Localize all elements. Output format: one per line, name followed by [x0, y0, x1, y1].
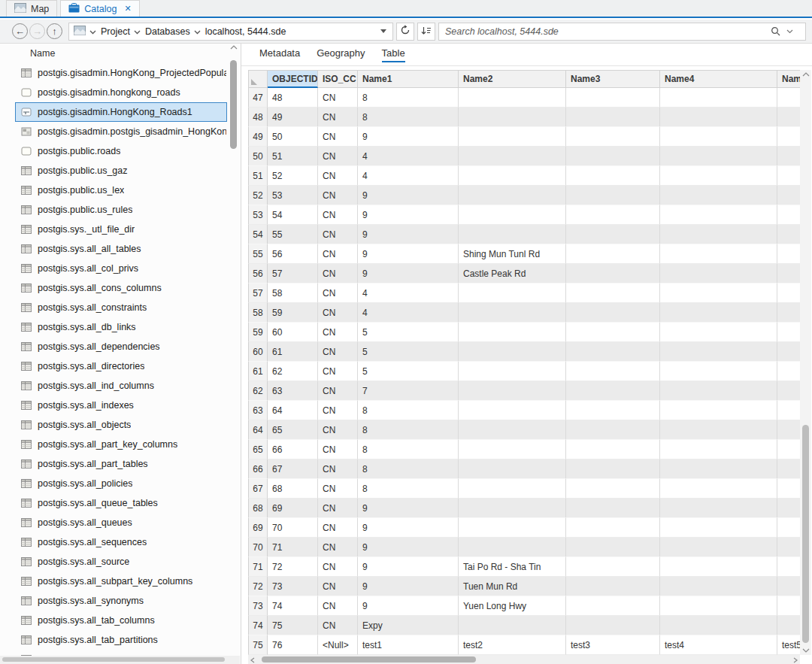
table-cell[interactable]: [459, 401, 566, 420]
location-bar[interactable]: Project Databases localhost, 5444.sde: [68, 23, 393, 41]
table-cell[interactable]: [459, 88, 566, 108]
tree-item[interactable]: postgis.gisadmin.HongKong_ProjectedPopul…: [15, 63, 227, 83]
table-row[interactable]: 7172CN9Tai Po Rd - Sha Tin: [248, 557, 800, 577]
tree-item[interactable]: postgis.sys.all_cons_columns: [15, 278, 227, 298]
table-row[interactable]: 6566CN8: [248, 440, 800, 459]
table-cell[interactable]: [459, 362, 566, 381]
row-number-cell[interactable]: 70: [248, 538, 268, 557]
table-cell[interactable]: CN: [318, 225, 358, 244]
table-row[interactable]: 6162CN5: [248, 362, 800, 381]
table-cell[interactable]: CN: [318, 538, 358, 557]
row-number-cell[interactable]: 50: [248, 147, 268, 166]
row-number-cell[interactable]: 68: [248, 499, 268, 518]
table-cell[interactable]: 9: [358, 538, 459, 557]
tree-item[interactable]: postgis.sys.all_all_tables: [15, 239, 227, 259]
table-cell[interactable]: 7: [358, 381, 459, 401]
column-header[interactable]: OBJECTID *: [268, 70, 318, 88]
scroll-left-icon[interactable]: [250, 657, 255, 663]
tree-item[interactable]: postgis.sys.all_source: [15, 552, 227, 572]
table-cell[interactable]: CN: [318, 303, 358, 323]
table-cell[interactable]: [777, 264, 800, 283]
table-cell[interactable]: CN: [318, 108, 358, 127]
tree-item[interactable]: postgis.sys.all_sequences: [15, 532, 227, 552]
table-cell[interactable]: [660, 264, 777, 283]
table-hscrollbar-thumb[interactable]: [262, 656, 476, 662]
table-row[interactable]: 7475CNExpy: [248, 616, 800, 635]
table-cell[interactable]: Shing Mun Tunl Rd: [459, 244, 566, 264]
row-number-cell[interactable]: 47: [248, 88, 268, 108]
table-cell[interactable]: [566, 538, 660, 557]
table-cell[interactable]: [660, 420, 777, 440]
table-cell[interactable]: [459, 205, 566, 225]
table-cell[interactable]: [660, 323, 777, 342]
table-cell[interactable]: CN: [318, 596, 358, 616]
row-number-cell[interactable]: 75: [248, 635, 268, 655]
table-row[interactable]: 5758CN4: [248, 283, 800, 303]
row-number-cell[interactable]: 54: [248, 225, 268, 244]
table-cell[interactable]: 8: [358, 88, 459, 108]
row-number-cell[interactable]: 64: [248, 420, 268, 440]
table-cell[interactable]: [777, 283, 800, 303]
tree-horizontal-scrollbar[interactable]: [0, 656, 240, 664]
table-row[interactable]: 4849CN8: [248, 108, 800, 127]
table-cell[interactable]: [566, 225, 660, 244]
table-cell[interactable]: 65: [268, 420, 318, 440]
table-cell[interactable]: [777, 166, 800, 186]
row-number-cell[interactable]: 63: [248, 401, 268, 420]
table-cell[interactable]: [459, 323, 566, 342]
table-cell[interactable]: 9: [358, 557, 459, 577]
row-number-cell[interactable]: 55: [248, 244, 268, 264]
table-cell[interactable]: 9: [358, 244, 459, 264]
table-cell[interactable]: 54: [268, 205, 318, 225]
table-vertical-scrollbar[interactable]: [800, 70, 811, 655]
location-root[interactable]: [74, 26, 96, 38]
table-cell[interactable]: [660, 166, 777, 186]
table-cell[interactable]: 4: [358, 283, 459, 303]
tree-hscrollbar-thumb[interactable]: [2, 657, 225, 662]
tree-item[interactable]: postgis.gisadmin.HongKong_Roads1: [15, 102, 227, 122]
tree-item[interactable]: postgis.sys._utl_file_dir: [15, 220, 227, 239]
table-cell[interactable]: CN: [318, 479, 358, 499]
table-cell[interactable]: [566, 401, 660, 420]
tree-item[interactable]: postgis.sys.all_part_key_columns: [15, 435, 227, 454]
table-cell[interactable]: [566, 459, 660, 479]
table-cell[interactable]: [459, 283, 566, 303]
table-row[interactable]: 6768CN8: [248, 479, 800, 499]
table-row[interactable]: 5657CN9Castle Peak Rd: [248, 264, 800, 283]
table-cell[interactable]: [660, 538, 777, 557]
table-cell[interactable]: 5: [358, 342, 459, 362]
table-cell[interactable]: 9: [358, 518, 459, 538]
table-cell[interactable]: [660, 596, 777, 616]
table-row[interactable]: 5152CN4: [248, 166, 800, 186]
search-input[interactable]: Search localhost, 5444.sde: [438, 23, 806, 41]
table-cell[interactable]: CN: [318, 518, 358, 538]
table-row[interactable]: 5556CN9Shing Mun Tunl Rd: [248, 244, 800, 264]
table-cell[interactable]: 56: [268, 244, 318, 264]
table-cell[interactable]: [777, 401, 800, 420]
table-cell[interactable]: [660, 283, 777, 303]
row-number-cell[interactable]: 72: [248, 577, 268, 596]
table-cell[interactable]: 75: [268, 616, 318, 635]
table-cell[interactable]: [660, 557, 777, 577]
table-cell[interactable]: [459, 381, 566, 401]
table-horizontal-scrollbar[interactable]: [248, 655, 800, 664]
table-cell[interactable]: [777, 557, 800, 577]
row-number-cell[interactable]: 62: [248, 381, 268, 401]
tree-item[interactable]: postgis.sys.all_col_privs: [15, 259, 227, 278]
tree-item[interactable]: postgis.sys.all_dependencies: [15, 337, 227, 356]
table-cell[interactable]: CN: [318, 147, 358, 166]
table-cell[interactable]: 59: [268, 303, 318, 323]
column-header[interactable]: Name3: [566, 70, 660, 88]
table-cell[interactable]: [660, 147, 777, 166]
table-cell[interactable]: 9: [358, 596, 459, 616]
table-cell[interactable]: 9: [358, 577, 459, 596]
search-icon[interactable]: [771, 26, 780, 36]
table-cell[interactable]: [660, 577, 777, 596]
table-cell[interactable]: [566, 283, 660, 303]
table-cell[interactable]: CN: [318, 244, 358, 264]
table-row[interactable]: 7273CN9Tuen Mun Rd: [248, 577, 800, 596]
table-cell[interactable]: CN: [318, 440, 358, 459]
table-cell[interactable]: [566, 186, 660, 205]
table-cell[interactable]: [566, 499, 660, 518]
tree-item[interactable]: postgis.sys.all_tab_columns: [15, 611, 227, 630]
